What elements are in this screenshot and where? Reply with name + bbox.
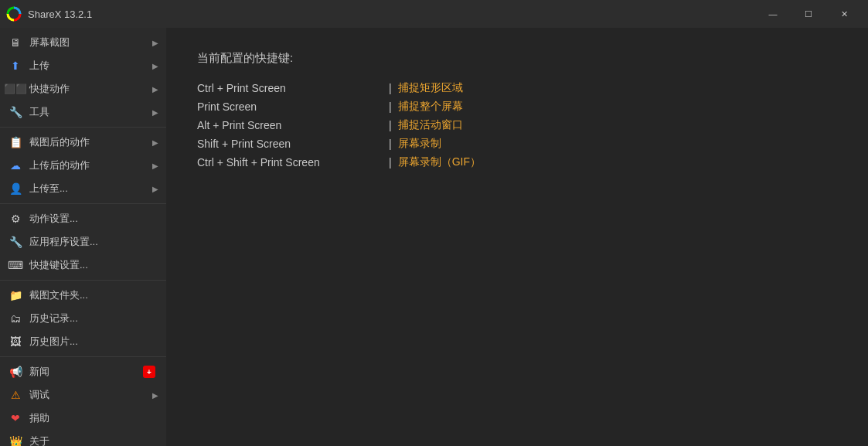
sidebar-label-history-images: 历史图片... [29,335,158,349]
sidebar-label-history: 历史记录... [29,312,158,325]
capture-folder-icon: 📁 [8,288,23,303]
hotkey-settings-icon: ⌨ [8,257,23,273]
sidebar-label-donate: 捐助 [29,411,158,425]
maximize-button[interactable]: ☐ [791,0,826,28]
arrow-icon-quickactions: ▶ [152,85,158,94]
sidebar-label-hotkey-settings: 快捷键设置... [29,258,158,272]
divider-4 [0,356,166,357]
content-title: 当前配置的快捷键: [197,51,837,66]
divider-3 [0,280,166,281]
sidebar: 🖥 屏幕截图 ▶ ⬆ 上传 ▶ ⬛⬛ 快捷动作 ▶ 🔧 工具 ▶ [0,28,166,446]
shortcut-sep-1: | [389,100,392,113]
sidebar-label-after-upload: 上传后的动作 [29,158,152,172]
arrow-icon-after-upload: ▶ [152,162,158,170]
sidebar-label-action-settings: 动作设置... [29,212,158,226]
history-icon: 🗂 [8,311,23,326]
shortcut-row-4: Ctrl + Shift + Print Screen | 屏幕录制（GIF） [197,155,837,169]
shortcut-sep-3: | [389,138,392,150]
shortcut-action-2: 捕捉活动窗口 [398,118,463,132]
sidebar-item-action-settings[interactable]: ⚙ 动作设置... [0,207,166,230]
sidebar-item-after-upload[interactable]: ☁ 上传后的动作 ▶ [0,154,166,177]
window-controls: — ☐ ✕ [755,0,862,28]
sidebar-item-upload-to[interactable]: 👤 上传至... ▶ [0,177,166,200]
about-icon: 👑 [8,434,23,446]
sidebar-label-app-settings: 应用程序设置... [29,235,158,249]
news-icon: 📢 [8,364,23,380]
sidebar-item-upload[interactable]: ⬆ 上传 ▶ [0,54,166,77]
donate-icon: ❤ [8,410,23,426]
sidebar-item-capture-folder[interactable]: 📁 截图文件夹... [0,284,166,307]
titlebar: ShareX 13.2.1 — ☐ ✕ [0,0,868,28]
arrow-icon-upload-to: ▶ [152,185,158,193]
sidebar-label-upload-to: 上传至... [29,182,152,196]
tools-icon: 🔧 [8,104,23,120]
screenshot-icon: 🖥 [8,35,23,50]
sidebar-item-debug[interactable]: ⚠ 调试 ▶ [0,383,166,407]
debug-icon: ⚠ [8,387,23,403]
arrow-icon-upload: ▶ [152,62,158,70]
sidebar-label-capture-folder: 截图文件夹... [29,288,158,302]
sidebar-item-hotkey-settings[interactable]: ⌨ 快捷键设置... [0,254,166,277]
sidebar-item-quickactions[interactable]: ⬛⬛ 快捷动作 ▶ [0,77,166,100]
shortcut-key-3: Shift + Print Screen [197,138,383,150]
app-title: ShareX 13.2.1 [28,9,755,20]
quickactions-icon: ⬛⬛ [8,81,23,97]
sidebar-item-tools[interactable]: 🔧 工具 ▶ [0,100,166,124]
upload-to-icon: 👤 [8,181,23,196]
shortcut-action-4: 屏幕录制（GIF） [398,155,481,169]
shortcut-sep-0: | [389,82,392,94]
divider-2 [0,203,166,204]
divider-1 [0,127,166,128]
sidebar-label-screenshot: 屏幕截图 [29,36,152,49]
arrow-icon-after-capture: ▶ [152,138,158,147]
app-settings-icon: 🔧 [8,234,23,250]
sidebar-label-about: 关于 [29,434,158,446]
shortcut-key-0: Ctrl + Print Screen [197,82,383,94]
arrow-icon-tools: ▶ [152,108,158,117]
sidebar-item-donate[interactable]: ❤ 捐助 [0,407,166,430]
sidebar-item-app-settings[interactable]: 🔧 应用程序设置... [0,230,166,254]
action-settings-icon: ⚙ [8,211,23,226]
minimize-button[interactable]: — [755,0,791,28]
shortcut-row-3: Shift + Print Screen | 屏幕录制 [197,137,837,151]
sidebar-label-quickactions: 快捷动作 [29,82,152,96]
content-area: 当前配置的快捷键: Ctrl + Print Screen | 捕捉矩形区域 P… [166,28,868,446]
shortcut-row-2: Alt + Print Screen | 捕捉活动窗口 [197,118,837,132]
arrow-icon-debug: ▶ [152,391,158,400]
news-badge: + [143,366,155,378]
shortcut-sep-2: | [389,119,392,131]
sidebar-label-debug: 调试 [29,388,152,402]
shortcut-list: Ctrl + Print Screen | 捕捉矩形区域 Print Scree… [197,81,837,169]
sidebar-item-news[interactable]: 📢 新闻 + [0,360,166,383]
sidebar-label-news: 新闻 [29,365,143,379]
shortcut-action-3: 屏幕录制 [398,137,441,151]
sidebar-item-history[interactable]: 🗂 历史记录... [0,307,166,330]
sidebar-label-tools: 工具 [29,105,152,119]
app-logo [6,6,22,22]
sidebar-item-history-images[interactable]: 🖼 历史图片... [0,330,166,353]
sidebar-item-about[interactable]: 👑 关于 [0,430,166,446]
sidebar-label-after-capture: 截图后的动作 [29,135,152,149]
shortcut-key-4: Ctrl + Shift + Print Screen [197,156,383,169]
sidebar-item-after-capture[interactable]: 📋 截图后的动作 ▶ [0,131,166,154]
after-capture-icon: 📋 [8,134,23,150]
arrow-icon-screenshot: ▶ [152,39,158,47]
shortcut-key-2: Alt + Print Screen [197,119,383,131]
upload-icon: ⬆ [8,58,23,73]
sidebar-label-upload: 上传 [29,59,152,73]
close-button[interactable]: ✕ [826,0,862,28]
shortcut-row-0: Ctrl + Print Screen | 捕捉矩形区域 [197,81,837,95]
shortcut-row-1: Print Screen | 捕捉整个屏幕 [197,100,837,114]
main-layout: 🖥 屏幕截图 ▶ ⬆ 上传 ▶ ⬛⬛ 快捷动作 ▶ 🔧 工具 ▶ [0,28,868,446]
sidebar-item-screenshot[interactable]: 🖥 屏幕截图 ▶ [0,31,166,54]
shortcut-action-0: 捕捉矩形区域 [398,81,463,95]
shortcut-sep-4: | [389,156,392,169]
after-upload-icon: ☁ [8,158,23,173]
history-images-icon: 🖼 [8,334,23,349]
shortcut-action-1: 捕捉整个屏幕 [398,100,463,114]
shortcut-key-1: Print Screen [197,100,383,113]
